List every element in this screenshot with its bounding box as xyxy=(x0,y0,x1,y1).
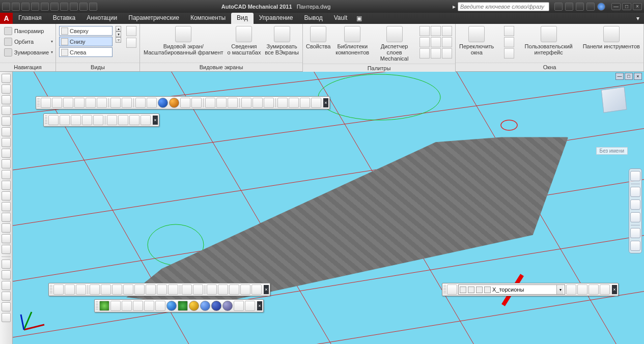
vs-2dwire-icon[interactable] xyxy=(99,301,109,311)
line-icon[interactable] xyxy=(2,74,11,83)
render-crop-icon[interactable] xyxy=(60,115,70,125)
qat-dropdown-icon[interactable] xyxy=(89,3,97,11)
copy-icon[interactable] xyxy=(2,281,11,290)
maximize-button[interactable]: □ xyxy=(622,3,631,10)
environment-icon[interactable] xyxy=(107,115,117,125)
chevron-down-icon[interactable]: ▾ xyxy=(556,285,564,294)
scroll-expand-icon[interactable]: ▿ xyxy=(116,37,121,43)
grip-icon[interactable] xyxy=(45,116,47,125)
thicken-icon[interactable] xyxy=(289,98,299,108)
palette-small-icon[interactable] xyxy=(442,48,452,59)
pan-icon[interactable] xyxy=(630,187,640,197)
qat-print-icon[interactable] xyxy=(70,3,78,11)
offset-icon[interactable] xyxy=(2,191,11,200)
tile-horiz-icon[interactable] xyxy=(504,26,514,36)
libraries-button[interactable]: Библиотеки компонентов xyxy=(335,26,369,55)
tab-output[interactable]: Вывод xyxy=(298,13,328,24)
rotate-face-icon[interactable] xyxy=(134,284,145,295)
infocenter-arrow-icon[interactable]: ▸ xyxy=(453,3,456,10)
offset-face-icon[interactable] xyxy=(112,284,122,295)
intersect-icon[interactable] xyxy=(76,284,86,295)
qat-redo-icon[interactable] xyxy=(60,3,68,11)
zoom-button[interactable]: Зумирование▾ xyxy=(3,47,53,57)
materials-icon[interactable] xyxy=(93,115,103,125)
drawing-canvas[interactable]: — □ × Без имени xyxy=(13,72,644,344)
layer-match-icon[interactable] xyxy=(600,284,610,295)
hatch-icon[interactable] xyxy=(2,106,11,115)
toolbar-solid-editing[interactable]: × xyxy=(48,283,270,296)
toolbar-close-icon[interactable]: × xyxy=(153,116,158,125)
toolbar-visual-styles[interactable]: × xyxy=(94,299,264,312)
steering-wheel-icon[interactable] xyxy=(630,171,640,181)
layer-props-icon[interactable] xyxy=(447,284,457,295)
color-face-icon[interactable] xyxy=(168,284,178,295)
taper-face-icon[interactable] xyxy=(146,284,156,295)
lights-icon[interactable] xyxy=(71,115,81,125)
copy-face-icon[interactable] xyxy=(157,284,167,295)
tab-components[interactable]: Компоненты xyxy=(185,13,231,24)
separate-icon[interactable] xyxy=(229,284,239,295)
zoom-all-button[interactable]: Зумировать все ВЭкраны xyxy=(265,26,299,55)
grip-icon[interactable] xyxy=(37,98,40,107)
vs-manage-icon[interactable] xyxy=(234,301,244,311)
arc-icon[interactable] xyxy=(2,223,11,233)
palette-small-icon[interactable] xyxy=(442,26,452,36)
move-icon[interactable] xyxy=(2,138,11,147)
scroll-up-icon[interactable]: ▴ xyxy=(116,26,121,32)
viewcube-face[interactable] xyxy=(601,87,627,113)
rectangle-icon[interactable] xyxy=(2,159,11,168)
orbit-button[interactable]: Орбита▾ xyxy=(3,37,53,46)
toolbar-close-icon[interactable]: × xyxy=(612,285,617,294)
palette-small-icon[interactable] xyxy=(419,26,430,36)
array-icon[interactable] xyxy=(2,117,11,126)
doc-close-button[interactable]: × xyxy=(634,73,642,80)
union-icon[interactable] xyxy=(241,98,251,108)
favorite-icon[interactable] xyxy=(586,3,595,11)
sphere-navy-icon[interactable] xyxy=(211,301,221,311)
grip-icon[interactable] xyxy=(50,285,52,294)
subscription-icon[interactable] xyxy=(565,3,573,11)
extend-icon[interactable] xyxy=(2,181,11,190)
sphere-blue2-icon[interactable] xyxy=(200,301,210,311)
search-input[interactable] xyxy=(458,2,549,11)
circle-solid-icon[interactable] xyxy=(135,98,146,108)
palette-small-icon[interactable] xyxy=(431,37,441,47)
user-interface-button[interactable]: Пользовательский интерфейс xyxy=(525,26,573,55)
sphere-gold-icon[interactable] xyxy=(189,301,199,311)
tile-vert-icon[interactable] xyxy=(504,37,514,47)
sphere-blue-icon[interactable] xyxy=(158,98,168,108)
palette-small-icon[interactable] xyxy=(431,26,441,36)
cone-icon[interactable] xyxy=(63,98,73,108)
palette-small-icon[interactable] xyxy=(442,37,452,47)
vs-realistic-icon[interactable] xyxy=(133,301,143,311)
view-top-option[interactable]: Сверху xyxy=(59,26,113,36)
views-scrollbar[interactable]: ▴▾▿ xyxy=(116,26,121,43)
trim-icon[interactable] xyxy=(2,170,11,179)
shell-icon[interactable] xyxy=(240,284,250,295)
wedge-icon[interactable] xyxy=(52,98,62,108)
ellipse-icon[interactable] xyxy=(2,245,11,254)
qat-open-icon[interactable] xyxy=(12,3,20,11)
pan-button[interactable]: Панорамир xyxy=(3,26,53,36)
toolbars-button[interactable]: Панели инструментов xyxy=(583,26,640,49)
vs-conceptual-icon[interactable] xyxy=(144,301,154,311)
color-edge-icon[interactable] xyxy=(193,284,203,295)
scroll-down-icon[interactable]: ▾ xyxy=(116,32,121,37)
orbit-icon[interactable] xyxy=(630,212,640,222)
toolbar-close-icon[interactable]: × xyxy=(323,98,328,107)
vs-shaded-icon[interactable] xyxy=(155,301,165,311)
nav-settings-icon[interactable] xyxy=(630,241,640,251)
imprint-icon[interactable] xyxy=(207,284,217,295)
circle-icon[interactable] xyxy=(2,234,11,243)
zoom-extents-icon[interactable] xyxy=(630,199,640,210)
ribbon-minimize-icon[interactable]: ▾ xyxy=(631,13,644,24)
qat-save-icon[interactable] xyxy=(21,3,30,11)
scale-info-button[interactable]: Сведения о масштабах xyxy=(228,26,261,55)
toolbar-close-icon[interactable]: × xyxy=(264,285,269,294)
toolbar-solids[interactable]: × xyxy=(36,96,330,109)
extrude-icon[interactable] xyxy=(180,98,190,108)
toolbar-render[interactable]: × xyxy=(43,113,159,127)
rotate-icon[interactable] xyxy=(2,127,11,136)
layer-state-icon[interactable] xyxy=(566,284,576,295)
helix-icon[interactable] xyxy=(122,98,132,108)
